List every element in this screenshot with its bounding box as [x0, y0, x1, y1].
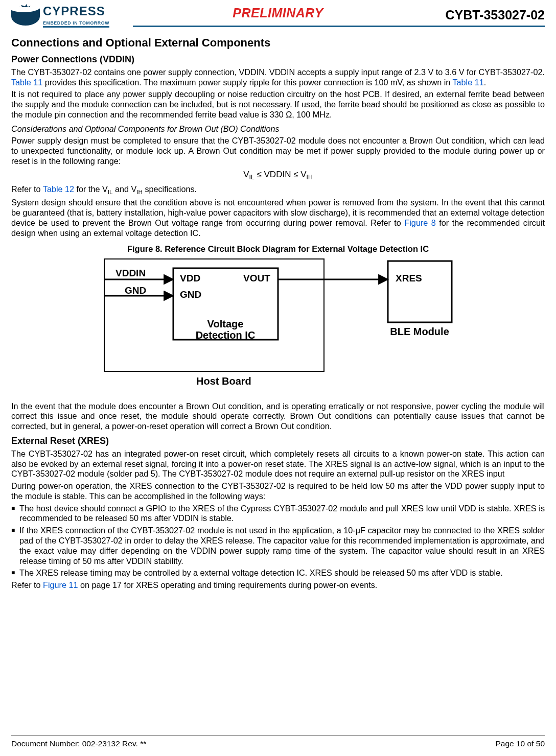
page-header: CYPRESS EMBEDDED IN TOMORROW PRELIMINARY… [11, 4, 545, 37]
fig-vddin-label: VDDIN [115, 268, 146, 278]
logo-name: CYPRESS [43, 5, 109, 17]
cypress-logo: CYPRESS EMBEDDED IN TOMORROW [11, 4, 109, 29]
fig-gnd-left-label: GND [125, 285, 146, 296]
list-item: If the XRES connection of the CYBT-35302… [11, 526, 545, 566]
table-12-link[interactable]: Table 12 [43, 184, 74, 194]
brownout-paragraph-4: In the event that the module does encoun… [11, 401, 545, 432]
page-footer: Document Number: 002-23132 Rev. ** Page … [11, 736, 545, 749]
xres-paragraph-2: During power-on operation, the XRES conn… [11, 481, 545, 502]
section-title: Connections and Optional External Compon… [11, 36, 545, 50]
brownout-paragraph-1: Power supply design must be completed to… [11, 136, 545, 166]
fig-host-board-label: Host Board [196, 375, 251, 387]
table-11-link[interactable]: Table 11 [11, 78, 42, 87]
figure-8-diagram: VDDIN GND VDD GND VOUT XRES Voltage Dete… [84, 256, 472, 396]
list-item: The XRES release timing may be controlle… [11, 568, 545, 578]
power-paragraph-2: It is not required to place any power su… [11, 89, 545, 120]
part-number: CYBT-353027-02 [445, 7, 545, 23]
brownout-paragraph-3: System design should ensure that the con… [11, 198, 545, 238]
brownout-heading: Considerations and Optional Components f… [11, 124, 545, 134]
svg-rect-2 [388, 261, 452, 322]
fig-voltage-label: Voltage [207, 318, 244, 329]
fig-detection-ic-label: Detection IC [196, 329, 256, 341]
table-11-link-2[interactable]: Table 11 [452, 78, 483, 87]
xres-heading: External Reset (XRES) [11, 436, 545, 447]
xres-bullet-list: The host device should connect a GPIO to… [11, 504, 545, 578]
xres-paragraph-1: The CYBT-353027-02 has an integrated pow… [11, 449, 545, 479]
figure-8-title: Figure 8. Reference Circuit Block Diagra… [11, 244, 545, 254]
page-number: Page 10 of 50 [495, 739, 545, 749]
logo-tagline: EMBEDDED IN TOMORROW [43, 21, 109, 28]
preliminary-label: PRELIMINARY [233, 5, 323, 21]
fig-gnd-mid-label: GND [180, 289, 201, 300]
power-heading: Power Connections (VDDIN) [11, 54, 545, 65]
fig-vdd-label: VDD [180, 273, 200, 284]
fig-ble-module-label: BLE Module [390, 326, 449, 337]
brownout-paragraph-2: Refer to Table 12 for the VIL and VIH sp… [11, 184, 545, 196]
logo-mark-icon [11, 4, 40, 29]
figure-11-link[interactable]: Figure 11 [43, 580, 78, 589]
list-item: The host device should connect a GPIO to… [11, 504, 545, 524]
figure-8-link[interactable]: Figure 8 [404, 218, 435, 227]
xres-paragraph-3: Refer to Figure 11 on page 17 for XRES o… [11, 580, 545, 590]
document-number: Document Number: 002-23132 Rev. ** [11, 739, 146, 749]
fig-xres-label: XRES [396, 273, 422, 284]
brownout-equation: VIL ≤ VDDIN ≤ VIH [11, 170, 545, 181]
power-paragraph-1: The CYBT-353027-02 contains one power su… [11, 67, 545, 88]
fig-vout-label: VOUT [243, 273, 270, 284]
